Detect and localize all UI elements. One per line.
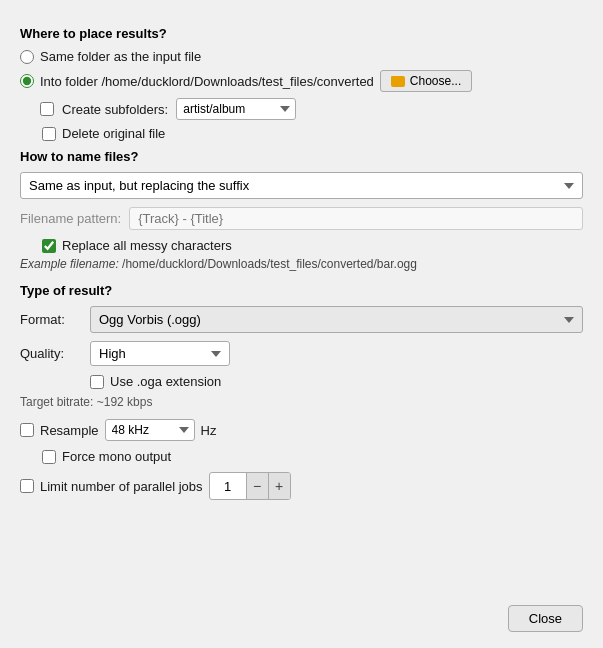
format-select[interactable]: Ogg Vorbis (.ogg) MP3 (.mp3) FLAC (.flac… (90, 306, 583, 333)
example-prefix: Example filename: (20, 257, 119, 271)
naming-title: How to name files? (20, 149, 583, 164)
replace-row: Replace all messy characters (42, 238, 583, 253)
folder-icon (391, 76, 405, 87)
delete-original-row: Delete original file (42, 126, 583, 141)
parallel-decrement-button[interactable]: − (246, 473, 268, 499)
hz-label: Hz (201, 423, 217, 438)
delete-original-label: Delete original file (62, 126, 165, 141)
delete-original-checkbox[interactable] (42, 127, 56, 141)
resample-row: Resample 48 kHz 44.1 kHz 32 kHz 22 kHz H… (20, 419, 583, 441)
naming-method-select[interactable]: Same as input, but replacing the suffix … (20, 172, 583, 199)
parallel-label: Limit number of parallel jobs (40, 479, 203, 494)
resample-checkbox[interactable] (20, 423, 34, 437)
example-path: /home/ducklord/Downloads/test_files/conv… (122, 257, 417, 271)
force-mono-checkbox[interactable] (42, 450, 56, 464)
quality-row: Quality: High Medium Low Custom (20, 341, 583, 366)
type-title: Type of result? (20, 283, 583, 298)
parallel-spinbox: 1 − + (209, 472, 291, 500)
quality-label: Quality: (20, 346, 80, 361)
choose-button[interactable]: Choose... (380, 70, 472, 92)
replace-messy-label: Replace all messy characters (62, 238, 232, 253)
into-folder-radio[interactable] (20, 74, 34, 88)
format-label: Format: (20, 312, 80, 327)
bitrate-info: Target bitrate: ~192 kbps (20, 395, 583, 409)
format-row: Format: Ogg Vorbis (.ogg) MP3 (.mp3) FLA… (20, 306, 583, 333)
oga-checkbox[interactable] (90, 375, 104, 389)
choose-label: Choose... (410, 74, 461, 88)
oga-label: Use .oga extension (110, 374, 221, 389)
oga-row: Use .oga extension (90, 374, 583, 389)
close-button[interactable]: Close (508, 605, 583, 632)
force-mono-label: Force mono output (62, 449, 171, 464)
same-folder-row: Same folder as the input file (20, 49, 583, 64)
dialog: Where to place results? Same folder as t… (0, 0, 603, 648)
placement-title: Where to place results? (20, 26, 583, 41)
resample-label: Resample (40, 423, 99, 438)
subfolder-row: Create subfolders: artist/album artist a… (40, 98, 583, 120)
create-subfolders-checkbox[interactable] (40, 102, 54, 116)
same-folder-radio[interactable] (20, 50, 34, 64)
same-folder-text: Same folder as the input file (40, 49, 201, 64)
pattern-input[interactable] (129, 207, 583, 230)
parallel-checkbox[interactable] (20, 479, 34, 493)
parallel-increment-button[interactable]: + (268, 473, 290, 499)
parallel-row: Limit number of parallel jobs 1 − + (20, 472, 583, 500)
footer: Close (20, 593, 583, 632)
pattern-row: Filename pattern: (20, 207, 583, 230)
example-filename: Example filename: /home/ducklord/Downloa… (20, 257, 583, 271)
same-folder-label[interactable]: Same folder as the input file (20, 49, 201, 64)
parallel-value-input[interactable]: 1 (210, 476, 246, 497)
into-folder-row: Into folder /home/ducklord/Downloads/tes… (20, 70, 583, 92)
resample-select[interactable]: 48 kHz 44.1 kHz 32 kHz 22 kHz (105, 419, 195, 441)
subfolder-select[interactable]: artist/album artist album none (176, 98, 296, 120)
pattern-label: Filename pattern: (20, 211, 121, 226)
quality-select[interactable]: High Medium Low Custom (90, 341, 230, 366)
into-folder-text: Into folder /home/ducklord/Downloads/tes… (40, 74, 374, 89)
replace-messy-checkbox[interactable] (42, 239, 56, 253)
create-subfolders-label: Create subfolders: (62, 102, 168, 117)
force-mono-row: Force mono output (42, 449, 583, 464)
